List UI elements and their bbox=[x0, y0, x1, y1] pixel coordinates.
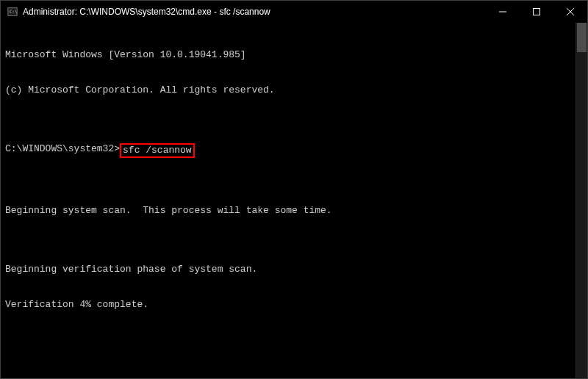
window-controls bbox=[486, 1, 587, 23]
minimize-button[interactable] bbox=[486, 1, 520, 23]
prompt-line: C:\WINDOWS\system32>sfc /scannow bbox=[5, 143, 571, 158]
highlighted-command: sfc /scannow bbox=[120, 143, 195, 158]
vertical-scrollbar[interactable] bbox=[576, 23, 587, 378]
terminal-content[interactable]: Microsoft Windows [Version 10.0.19041.98… bbox=[1, 23, 576, 378]
svg-text:C:\: C:\ bbox=[10, 9, 18, 14]
scan-begin-line: Beginning system scan. This process will… bbox=[5, 205, 571, 217]
cmd-window: C:\ Administrator: C:\WINDOWS\system32\c… bbox=[0, 0, 588, 379]
prompt-text: C:\WINDOWS\system32> bbox=[5, 143, 120, 155]
titlebar-left: C:\ Administrator: C:\WINDOWS\system32\c… bbox=[7, 6, 270, 18]
svg-rect-3 bbox=[534, 9, 540, 15]
scrollbar-thumb[interactable] bbox=[577, 23, 587, 52]
titlebar[interactable]: C:\ Administrator: C:\WINDOWS\system32\c… bbox=[1, 1, 587, 23]
verification-phase-line: Beginning verification phase of system s… bbox=[5, 264, 571, 275]
terminal-body: Microsoft Windows [Version 10.0.19041.98… bbox=[1, 23, 587, 378]
window-title: Administrator: C:\WINDOWS\system32\cmd.e… bbox=[23, 7, 270, 17]
close-button[interactable] bbox=[553, 1, 587, 23]
verification-progress-line: Verification 4% complete. bbox=[5, 299, 571, 311]
copyright-line: (c) Microsoft Corporation. All rights re… bbox=[5, 84, 571, 96]
maximize-button[interactable] bbox=[520, 1, 553, 23]
cmd-icon: C:\ bbox=[7, 6, 18, 18]
version-line: Microsoft Windows [Version 10.0.19041.98… bbox=[5, 49, 571, 61]
